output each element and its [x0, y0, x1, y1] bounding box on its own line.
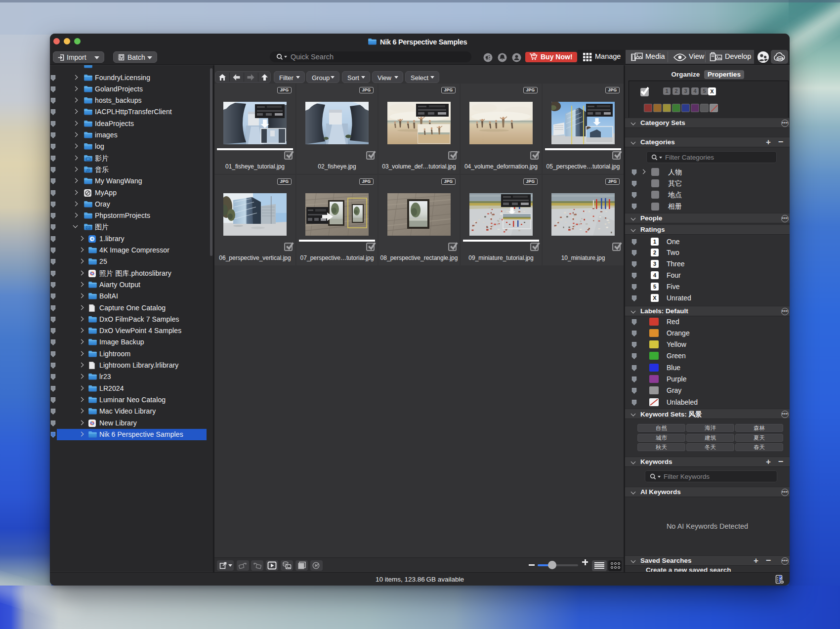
svg-text:365: 365 — [777, 57, 783, 61]
